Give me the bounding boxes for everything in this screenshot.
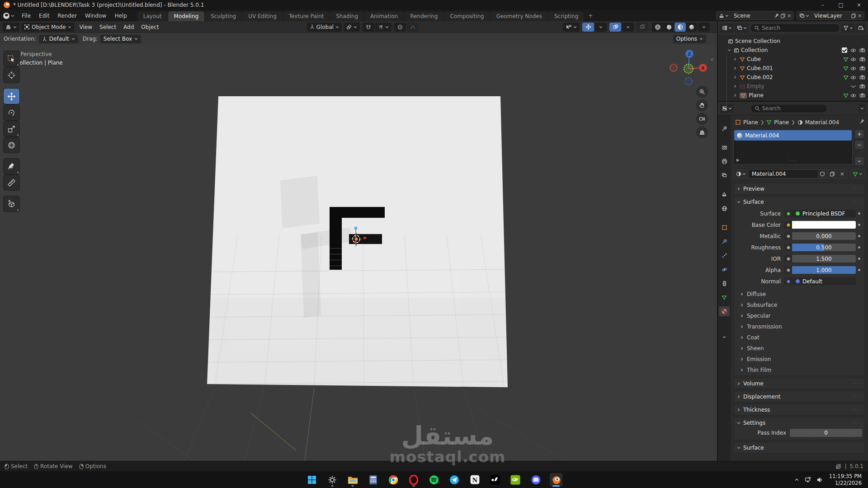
minimize-button[interactable]: – [814,0,832,10]
navigation-gizmo[interactable]: Z X [666,46,711,91]
link-target-dropdown[interactable] [850,169,865,178]
tool-rotate-button[interactable] [4,105,19,120]
properties-tab-data[interactable] [719,292,730,302]
outliner-filter-dropdown[interactable] [735,23,749,33]
properties-search-input[interactable] [762,105,823,112]
panel-grip[interactable]: ···· [852,381,862,386]
breadcrumb-item[interactable]: Plane [743,119,758,126]
new-scene-icon[interactable] [780,13,786,19]
xray-toggle[interactable] [637,23,648,32]
node-socket[interactable] [784,244,792,251]
editor-type-button[interactable] [3,23,19,32]
panel-displacement-header[interactable]: Displacement···· [734,391,865,402]
viewport-menu-add[interactable]: Add [120,23,137,32]
settings-panel-header[interactable]: Settings ···· [734,418,865,428]
material-slot-list[interactable]: Material.004 ▶ ···· [733,129,853,164]
camera-restrict-icon[interactable] [859,66,865,70]
properties-tab-particles[interactable] [719,250,730,260]
subpanel-specular[interactable]: Specular [734,310,865,321]
tab-geometry-nodes[interactable]: Geometry Nodes [491,11,548,21]
taskbar-blender-icon[interactable] [550,473,562,487]
pan-button[interactable] [696,99,708,111]
viewport-menu-view[interactable]: View [76,23,96,32]
tool-scale-button[interactable] [4,121,19,136]
tool-annotate-button[interactable] [4,159,19,174]
transform-orientation-dropdown[interactable]: Global [307,23,342,32]
pass-index-field[interactable]: 0 [790,429,862,437]
new-viewlayer-icon[interactable] [851,13,856,19]
shading-solid-button[interactable] [663,23,675,32]
properties-tab-constraints[interactable] [719,278,730,288]
properties-options-dropdown[interactable] [859,104,866,113]
camera-restrict-icon[interactable] [859,75,865,80]
panel-grip[interactable]: ···· [852,420,862,425]
breadcrumb-item[interactable]: Material.004 [805,119,839,126]
network-icon[interactable] [805,477,811,483]
animate-decorator[interactable] [856,224,862,226]
chevron-right-icon[interactable] [732,66,738,70]
animate-decorator[interactable] [856,235,862,237]
node-socket[interactable] [784,210,792,217]
panel-grip[interactable]: ···· [852,394,862,399]
maximize-button[interactable]: □ [832,0,850,10]
mode-dropdown[interactable]: Object Mode [21,23,74,32]
pin-icon[interactable] [774,13,779,19]
animate-decorator[interactable] [856,246,862,249]
chevron-right-icon[interactable] [732,84,738,88]
subpanel-subsurface[interactable]: Subsurface [734,300,865,310]
overlays-dropdown[interactable] [622,23,634,32]
node-socket[interactable] [784,232,792,240]
taskbar-explorer-icon[interactable] [346,473,359,487]
gizmo-dropdown[interactable] [595,23,607,32]
taskbar-chrome-icon[interactable] [387,473,400,487]
properties-tab-view-layer[interactable] [719,170,730,180]
shading-material-button[interactable] [675,23,686,32]
taskbar-nvidia-icon[interactable] [509,473,522,487]
taskbar-tradingview-icon[interactable] [489,473,501,487]
partial-surface-header[interactable]: Surface [734,442,865,453]
camera-restrict-icon[interactable] [859,48,865,52]
taskbar-discord-icon[interactable] [529,473,542,487]
drag-setting-dropdown[interactable]: Select Box [100,35,141,43]
material-specials-dropdown[interactable] [854,156,864,166]
outliner-row-scene collection[interactable]: Scene Collection [718,37,868,46]
properties-tab-render[interactable] [719,142,730,152]
outliner-row-plane[interactable]: Plane [718,91,868,100]
tab-texture-paint[interactable]: Texture Paint [283,11,330,21]
sidebar-collapse-arrow[interactable]: ‹ [711,56,713,63]
material-slot-selected[interactable]: Material.004 [734,130,852,141]
menu-window[interactable]: Window [81,10,110,21]
subpanel-transmission[interactable]: Transmission [734,321,865,332]
remove-material-slot-button[interactable] [854,140,864,150]
slot-resize-grip[interactable]: ···· [788,158,798,163]
viewlayer-selector[interactable]: ViewLayer [797,11,864,20]
node-socket[interactable] [784,221,792,229]
camera-restrict-icon[interactable] [859,93,865,98]
options-dropdown[interactable]: Options [673,35,706,43]
3d-viewport[interactable]: User Perspective (0) Collection | Plane … [0,45,717,461]
outliner-restriction-dropdown[interactable] [841,23,855,33]
taskbar-start-icon[interactable] [306,473,318,487]
eye-icon[interactable] [850,48,856,52]
chevron-right-icon[interactable] [732,94,738,97]
preview-panel-header[interactable]: Preview ···· [734,183,865,194]
outliner-row-cube[interactable]: Cube [718,55,868,64]
taskbar-clock[interactable]: 11:19:35 PM 1/22/2026 [829,473,862,486]
pivot-point-dropdown[interactable] [344,23,360,32]
camera-restrict-icon[interactable] [859,57,865,61]
node-socket[interactable] [784,255,792,263]
eye-icon[interactable] [850,57,856,61]
outliner-row-collection[interactable]: Collection [718,46,868,55]
axis-minus-z-ball[interactable] [685,78,692,85]
outliner-row-empty[interactable]: Empty [718,82,868,91]
eye-icon[interactable] [850,94,856,98]
properties-tab-modifiers[interactable] [719,236,730,246]
animate-decorator[interactable] [856,269,862,271]
slot-expand-arrow[interactable]: ▶ [736,158,740,162]
alpha-field[interactable]: 1.000 [792,266,856,274]
outliner-row-cube-002[interactable]: Cube.002 [718,73,868,82]
normal-field[interactable]: Default [792,277,856,285]
chevron-down-icon[interactable] [726,48,732,52]
tool-select-box-button[interactable] [4,51,19,66]
subpanel-sheen[interactable]: Sheen [734,343,865,354]
